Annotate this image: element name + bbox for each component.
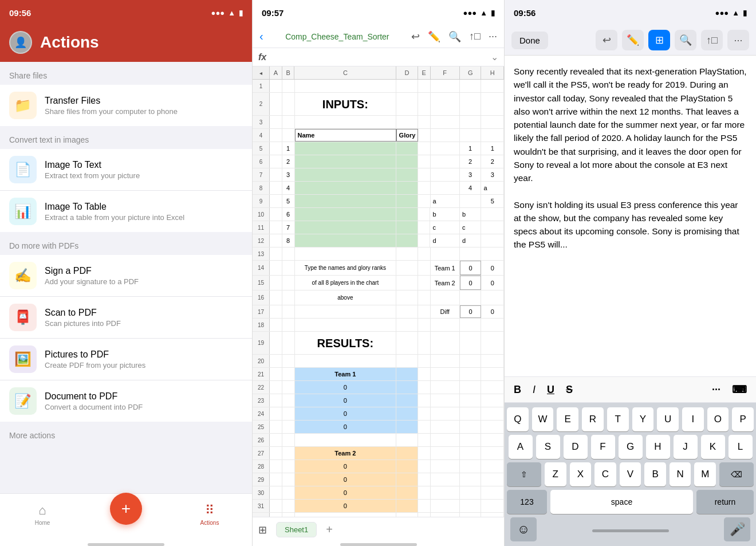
table-row: 22 0 (253, 381, 504, 394)
key-m[interactable]: M (694, 462, 716, 486)
table-row: 29 0 (253, 473, 504, 486)
add-sheet-button[interactable]: + (321, 521, 337, 539)
key-n[interactable]: N (670, 462, 691, 486)
backspace-key[interactable]: ⌫ (719, 462, 754, 486)
key-i[interactable]: I (682, 407, 704, 431)
list-item[interactable]: 📝 Document to PDF Convert a document int… (0, 380, 252, 422)
home-indicator-3 (592, 529, 669, 532)
sheet-body[interactable]: 1 2 INPUTS: (253, 80, 504, 517)
annotate-toolbar-icon[interactable]: ✏️ (622, 30, 644, 50)
back-icon[interactable]: ‹ (259, 30, 263, 43)
strikethrough-button[interactable]: S (566, 384, 573, 396)
key-j[interactable]: J (674, 435, 698, 459)
sheet-tab-1[interactable]: Sheet1 (276, 522, 317, 537)
table-row: 21 Team 1 (253, 368, 504, 381)
battery-2-icon: ▮ (491, 9, 495, 17)
table-row: 10 6 b b (253, 208, 504, 221)
underline-button[interactable]: U (547, 384, 554, 396)
wifi-icon: ▲ (228, 9, 235, 17)
key-a[interactable]: A (509, 435, 533, 459)
mic-key[interactable]: 🎤 (724, 517, 750, 541)
panel-spreadsheet: 09:57 ●●● ▲ ▮ ‹ Comp_Cheese_Team_Sorter … (252, 0, 504, 546)
key-e[interactable]: E (557, 407, 578, 431)
avatar: 👤 (9, 31, 32, 54)
key-k[interactable]: K (701, 435, 725, 459)
key-u[interactable]: U (657, 407, 679, 431)
list-item[interactable]: 📄 Image To Text Extract text from your p… (0, 149, 252, 191)
image-to-text-icon: 📄 (9, 156, 37, 183)
return-key[interactable]: return (696, 490, 754, 514)
undo-icon[interactable]: ↩ (411, 30, 420, 43)
col-h-header: H (481, 66, 504, 79)
kb-row-2: A S D F G H J K L (507, 435, 754, 459)
list-item[interactable]: 📊 Image To Table Extract a table from yo… (0, 191, 252, 232)
time-3: 09:56 (514, 8, 536, 18)
table-row: 17 Diff 0 0 (253, 305, 504, 319)
table-row: 4 Name Glory (253, 129, 504, 142)
status-bar-3: 09:56 ●●● ▲ ▮ (505, 0, 756, 25)
table-row: 2 INPUTS: (253, 93, 504, 116)
key-t[interactable]: T (607, 407, 629, 431)
section-label-more: More actions (0, 422, 252, 445)
key-l[interactable]: L (729, 435, 753, 459)
select-toolbar-icon[interactable]: ⊞ (648, 30, 670, 50)
list-item[interactable]: 📁 Transfer Files Share files from your c… (0, 85, 252, 126)
status-icons-2: ●●● ▲ ▮ (463, 9, 495, 17)
list-item[interactable]: 📮 Scan to PDF Scan pictures into PDF (0, 297, 252, 339)
space-key[interactable]: space (550, 490, 693, 514)
glory-header[interactable]: Glory (396, 129, 418, 142)
emoji-key[interactable]: ☺ (510, 517, 537, 541)
instruction-cell[interactable]: Type the names and glory ranks (295, 261, 397, 275)
formula-chevron[interactable]: ⌄ (491, 52, 498, 62)
search-toolbar-icon[interactable]: 🔍 (675, 30, 696, 50)
done-button[interactable]: Done (511, 32, 548, 49)
more-icon[interactable]: ··· (489, 30, 497, 42)
search-icon[interactable]: 🔍 (448, 30, 461, 43)
key-b[interactable]: B (644, 462, 666, 486)
key-d[interactable]: D (564, 435, 588, 459)
key-o[interactable]: O (707, 407, 729, 431)
pen-icon[interactable]: ✏️ (428, 30, 440, 43)
list-item[interactable]: ✍️ Sign a PDF Add your signature to a PD… (0, 255, 252, 297)
num-key[interactable]: 123 (507, 490, 547, 514)
list-item[interactable]: 🖼️ Pictures to PDF Create PDF from your … (0, 339, 252, 380)
key-f[interactable]: F (591, 435, 615, 459)
share-icon[interactable]: ↑□ (469, 30, 481, 42)
key-v[interactable]: V (620, 462, 641, 486)
results-label[interactable]: RESULTS: (295, 332, 397, 355)
key-c[interactable]: C (594, 462, 616, 486)
key-w[interactable]: W (532, 407, 554, 431)
key-s[interactable]: S (536, 435, 560, 459)
doc-pdf-name: Document to PDF (45, 391, 143, 402)
italic-button[interactable]: I (533, 384, 536, 396)
name-header[interactable]: Name (295, 129, 397, 142)
more-format-button[interactable]: ··· (712, 384, 720, 396)
keyboard-icon[interactable]: ⌨ (732, 383, 747, 396)
table-row: 19 RESULTS: (253, 332, 504, 355)
share-toolbar-icon[interactable]: ↑□ (701, 30, 723, 50)
undo-toolbar-icon[interactable]: ↩ (596, 30, 617, 50)
key-x[interactable]: X (570, 462, 592, 486)
key-r[interactable]: R (582, 407, 604, 431)
table-row: 28 0 (253, 460, 504, 473)
nav-actions[interactable]: ⠿ Actions (192, 503, 227, 526)
notes-text-content[interactable]: Sony recently revealed that its next-gen… (505, 56, 756, 376)
inputs-label[interactable]: INPUTS: (295, 93, 397, 116)
shift-key[interactable]: ⇧ (507, 462, 541, 486)
key-z[interactable]: Z (545, 462, 566, 486)
more-toolbar-icon[interactable]: ··· (727, 30, 749, 50)
home-indicator-1 (88, 543, 164, 546)
nav-home[interactable]: ⌂ Home (25, 503, 60, 526)
key-h[interactable]: H (646, 435, 670, 459)
key-p[interactable]: P (732, 407, 754, 431)
time-2: 09:57 (262, 8, 284, 18)
fab-add-button[interactable]: + (110, 493, 142, 525)
bold-button[interactable]: B (514, 384, 521, 396)
signal-2-icon: ●●● (463, 9, 477, 17)
key-q[interactable]: Q (507, 407, 529, 431)
key-g[interactable]: G (619, 435, 643, 459)
key-y[interactable]: Y (632, 407, 654, 431)
table-row: 7 3 3 3 (253, 168, 504, 182)
actions-content[interactable]: Share files 📁 Transfer Files Share files… (0, 62, 252, 493)
spreadsheet-grid[interactable]: ◂ A B C D E F G H 1 (253, 66, 504, 517)
